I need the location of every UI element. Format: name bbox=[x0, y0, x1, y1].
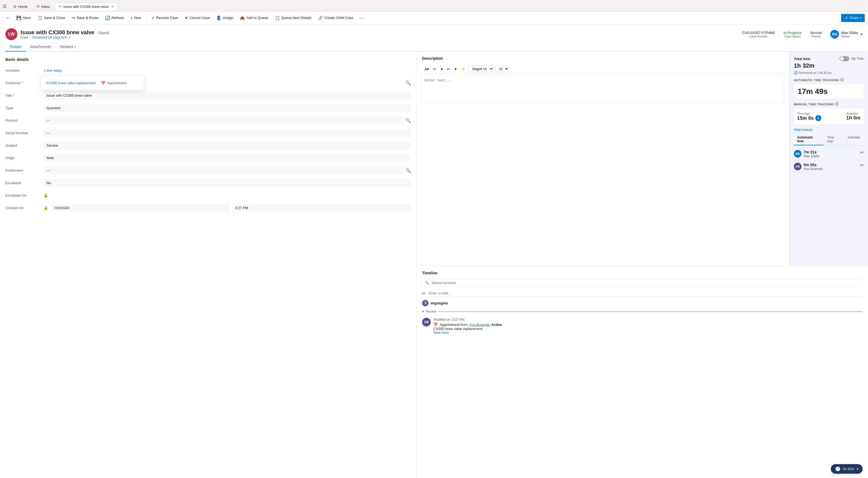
save-close-button[interactable]: 📋 Save & Close bbox=[35, 14, 68, 22]
back-button[interactable]: ← bbox=[3, 14, 12, 22]
appointment-item[interactable]: 📅 Appointment bbox=[101, 81, 127, 85]
origin-value[interactable]: Web bbox=[43, 154, 411, 162]
history-list: MG 7m 31s Mae Gibbs ✏ AB 5m 55s Ana Bowm… bbox=[794, 148, 864, 173]
activities-link[interactable]: 1 due today bbox=[43, 68, 62, 72]
hide-history-button[interactable]: Hide history bbox=[794, 128, 813, 132]
time-manual-block: Time logs 15m 0s + Activities 1h 0m bbox=[794, 108, 864, 124]
case-status-meta: In Progress Case Status bbox=[783, 31, 802, 38]
tab-case[interactable]: ✏ Issue with CX300 brew valve ✕ bbox=[55, 2, 118, 10]
created-on-label: Created On bbox=[5, 206, 43, 210]
product-label: Product bbox=[5, 119, 43, 123]
chevron-down-icon[interactable]: ▾ bbox=[422, 310, 424, 313]
resolve-case-button[interactable]: ✓ Resolve Case bbox=[149, 14, 181, 22]
history-tabs: Automatic time Time logs Activities bbox=[794, 134, 864, 146]
edit-icon: ✏ bbox=[59, 4, 62, 9]
undo-button[interactable]: ↩ bbox=[432, 66, 438, 72]
redo-chevron-button[interactable]: ▾ bbox=[453, 66, 458, 72]
share-chevron-icon: ▾ bbox=[860, 16, 862, 19]
total-time-label: Total time bbox=[794, 57, 810, 61]
more-button[interactable]: ⋯ bbox=[357, 14, 366, 22]
activities-col: Activities 1h 0m bbox=[846, 112, 860, 121]
escalated-value[interactable]: No bbox=[43, 179, 411, 187]
cx300-replacement-link[interactable]: CX300 brew valve replacement bbox=[46, 81, 96, 85]
home-icon: ⊞ bbox=[13, 4, 17, 9]
activities-tab[interactable]: Activities bbox=[844, 134, 864, 145]
manual-tracking-info-icon[interactable]: ⓘ bbox=[835, 102, 839, 106]
refresh-time-row: 🔄 Refreshed at 3:38:35 pm bbox=[794, 71, 864, 74]
title-label: Title bbox=[5, 93, 43, 97]
share-icon: ↗ bbox=[844, 15, 848, 20]
activities-label: Activities bbox=[5, 68, 43, 72]
queue-item-details-button[interactable]: 📋 Queue Item Details bbox=[272, 14, 314, 22]
redo-button[interactable]: ↩ bbox=[446, 66, 452, 72]
timer-value: 1h 32m bbox=[843, 467, 855, 471]
auto-tracking-info-icon[interactable]: ⓘ bbox=[840, 78, 844, 82]
hamburger-menu[interactable]: ☰ bbox=[3, 4, 6, 9]
timeline-status: Active bbox=[491, 323, 502, 327]
tab-details[interactable]: Details bbox=[5, 42, 26, 52]
tab-related[interactable]: Related ▾ bbox=[56, 42, 80, 52]
customer-search-button[interactable]: 🔍 bbox=[405, 81, 411, 86]
subject-value[interactable]: Service bbox=[43, 141, 411, 149]
save-button[interactable]: 💾 Save bbox=[13, 14, 34, 22]
new-button[interactable]: + New bbox=[128, 14, 144, 22]
highlights-label: Highlights bbox=[431, 301, 448, 305]
font-size-select[interactable]: 11 bbox=[495, 65, 509, 72]
tab-attachments[interactable]: Attachments bbox=[26, 42, 56, 52]
assign-button[interactable]: 👤 Assign bbox=[214, 14, 236, 22]
time-logs-tab[interactable]: Time logs bbox=[824, 134, 844, 145]
tab-home[interactable]: ⊞ Home bbox=[9, 2, 32, 10]
history-avatar-mg: MG bbox=[794, 150, 802, 158]
subject-row: Subject Service bbox=[5, 140, 411, 150]
timeline-avatar-ab: AB bbox=[422, 318, 431, 326]
escalated-on-label: Escalated On bbox=[5, 193, 43, 197]
entitlement-value[interactable]: --- bbox=[43, 166, 404, 174]
refresh-button[interactable]: 🔄 Refresh bbox=[102, 14, 127, 22]
timer-chevron-icon[interactable]: ▾ bbox=[857, 467, 858, 471]
time-logs-col: Time logs 15m 0s + bbox=[797, 112, 821, 121]
resolve-icon: ✓ bbox=[151, 15, 155, 20]
form-type-link[interactable]: Enhanced full case form bbox=[32, 36, 67, 39]
form-chevron-icon[interactable]: ▾ bbox=[69, 36, 70, 39]
product-search-button[interactable]: 🔍 bbox=[405, 118, 411, 123]
entitlement-search-button[interactable]: 🔍 bbox=[405, 168, 411, 173]
add-to-queue-button[interactable]: 📥 Add to Queue bbox=[237, 14, 271, 22]
description-section: Description A▾ ↩ ▾ ↩ ▾ ⚡ Segoe UI 11 bbox=[416, 52, 789, 266]
add-time-log-button[interactable]: + bbox=[815, 115, 821, 121]
title-value[interactable]: Issue with CX300 brew valve bbox=[43, 92, 411, 99]
view-more-link[interactable]: View more bbox=[433, 331, 863, 334]
product-value[interactable]: --- bbox=[43, 117, 404, 124]
dropdown-link-item[interactable]: CX300 brew valve replacement bbox=[46, 81, 96, 85]
bottom-timer-bar[interactable]: 🕐 1h 32m ▾ bbox=[831, 464, 863, 474]
share-button[interactable]: ↗ Share ▾ bbox=[841, 14, 865, 22]
history-edit-mg-button[interactable]: ✏ bbox=[860, 150, 864, 155]
save-route-button[interactable]: ↪ Save & Route bbox=[69, 14, 101, 22]
appointment-cal-icon: 📅 bbox=[101, 81, 105, 85]
font-family-select[interactable]: Segoe UI bbox=[468, 65, 494, 72]
serial-number-value[interactable]: --- bbox=[43, 129, 411, 137]
timeline-search-box[interactable]: 🔍 bbox=[422, 279, 863, 287]
undo-chevron-button[interactable]: ▾ bbox=[439, 66, 444, 72]
format-button[interactable]: ⚡ bbox=[460, 66, 467, 72]
timeline-title: CX300 brew valve replacement bbox=[433, 327, 483, 331]
timeline-search-input[interactable] bbox=[432, 281, 860, 285]
right-panel: Description A▾ ↩ ▾ ↩ ▾ ⚡ Segoe UI 11 bbox=[416, 52, 868, 478]
auto-time-tab[interactable]: Automatic time bbox=[794, 134, 824, 145]
description-textarea[interactable] bbox=[422, 76, 784, 103]
record-title-info: Issue with CX300 brew valve - Saved Case… bbox=[21, 29, 739, 39]
type-label: Type bbox=[5, 106, 43, 110]
create-child-case-button[interactable]: 🔗 Create Child Case bbox=[315, 14, 356, 22]
owner-chevron-button[interactable]: ▾ bbox=[860, 32, 863, 37]
history-text-ab: 5m 55s Ana Bowman bbox=[804, 163, 858, 171]
tab-close-icon[interactable]: ✕ bbox=[111, 5, 114, 8]
cancel-case-button[interactable]: ✕ Cancel Case bbox=[182, 14, 212, 22]
type-value[interactable]: Question bbox=[43, 104, 411, 112]
font-color-button[interactable]: A▾ bbox=[423, 66, 430, 72]
history-edit-ab-button[interactable]: ✏ bbox=[860, 163, 864, 168]
history-avatar-ab: AB bbox=[794, 163, 802, 170]
refresh-icon-small[interactable]: 🔄 bbox=[794, 71, 798, 74]
tab-inbox[interactable]: ✉ Inbox bbox=[32, 2, 54, 10]
my-time-toggle[interactable] bbox=[839, 56, 849, 61]
timeline-person-link[interactable]: Ana Bowman bbox=[469, 323, 490, 327]
note-input[interactable] bbox=[428, 290, 863, 296]
